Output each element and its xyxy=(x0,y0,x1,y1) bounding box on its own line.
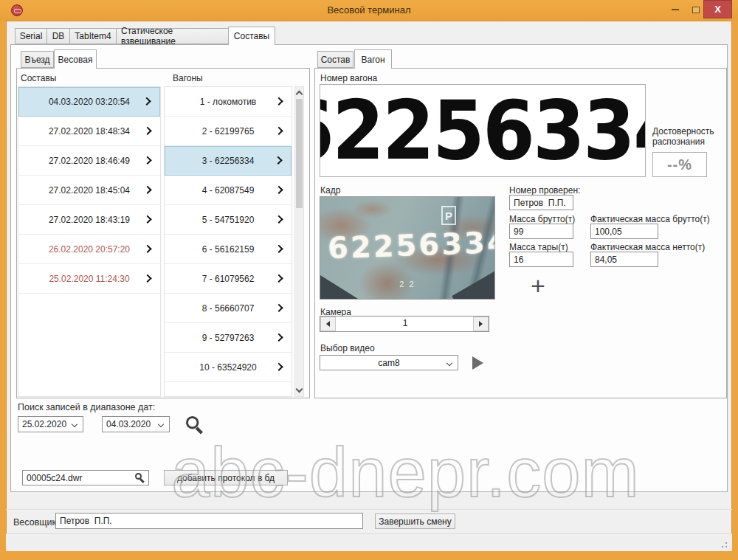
train-list-item[interactable]: 27.02.2020 18:46:49 xyxy=(18,146,160,176)
fact-gross-mass-input[interactable] xyxy=(590,224,658,239)
tab-tabitem4[interactable]: TabItem4 xyxy=(69,28,117,44)
video-select-combo[interactable]: cam8 xyxy=(320,355,458,370)
wagon-list-item[interactable]: 7 - 61079562 xyxy=(165,264,292,294)
confidence-label-line2: распознания xyxy=(652,136,705,147)
photo-small-text: 2 2 xyxy=(399,280,415,288)
close-button[interactable]: X xyxy=(703,0,732,18)
gross-mass-input[interactable] xyxy=(509,224,573,239)
chevron-right-icon xyxy=(275,215,283,223)
weigher-label: Весовщик: xyxy=(13,517,58,528)
tab-wagon[interactable]: Вагон xyxy=(354,49,392,69)
chevron-right-icon xyxy=(274,156,282,165)
scroll-down-icon[interactable] xyxy=(296,386,303,393)
wagon-list-item[interactable]: 3 - 62256334 xyxy=(165,146,292,176)
chevron-right-icon xyxy=(275,244,283,252)
chevron-down-icon xyxy=(446,360,452,366)
camera-value: 1 xyxy=(320,318,490,328)
wagon-number: 6 - 56162159 xyxy=(202,244,255,255)
date-from-value: 25.02.2020 xyxy=(22,419,66,429)
train-date: 25.02.2020 11:24:30 xyxy=(49,274,129,284)
tab-static-weighing[interactable]: Статическое взвешивание xyxy=(116,28,229,44)
video-selected-value: cam8 xyxy=(378,358,399,368)
confidence-label: Достоверность распознания xyxy=(652,126,714,147)
wagon-list-item[interactable]: 5 - 54751920 xyxy=(165,205,292,235)
chevron-down-icon xyxy=(72,421,77,427)
wagon-list-item[interactable]: 9 - 52797263 xyxy=(165,323,292,353)
train-list-item[interactable]: 27.02.2020 18:48:34 xyxy=(18,117,160,146)
wagon-list-item[interactable]: 1 - локомотив xyxy=(165,87,292,117)
photo-p-sign: P xyxy=(441,206,456,225)
tab-trains[interactable]: Составы xyxy=(228,27,275,45)
date-to-combo[interactable]: 04.03.2020 xyxy=(102,416,170,432)
train-list-item[interactable]: 25.02.2020 11:24:30 xyxy=(18,264,160,294)
chevron-right-icon xyxy=(143,126,151,134)
end-shift-button[interactable]: Завершить смену xyxy=(375,514,455,529)
camera-scrollbar[interactable]: 1 xyxy=(320,316,489,332)
title-bar[interactable]: Весовой терминал X xyxy=(0,0,738,21)
photo-painted-number: 62256334 xyxy=(327,225,495,266)
photo-corner-shadow xyxy=(320,264,359,300)
wagon-number: 2 - 62199765 xyxy=(202,126,255,136)
wagon-number: 9 - 52797263 xyxy=(202,333,255,343)
file-search-icon[interactable] xyxy=(135,473,142,480)
train-list-item[interactable]: 04.03.2020 03:20:54 xyxy=(18,87,160,117)
scroll-up-icon[interactable] xyxy=(296,91,303,98)
wagon-list-item[interactable]: 10 - 63524920 xyxy=(165,353,292,382)
wagon-number-label: Номер вагона xyxy=(320,73,377,83)
maximize-icon xyxy=(692,7,700,13)
tab-weighing[interactable]: Весовая xyxy=(54,49,97,69)
wagon-list-item[interactable]: 4 - 62087549 xyxy=(165,176,292,205)
play-button[interactable] xyxy=(472,356,483,370)
date-from-combo[interactable]: 25.02.2020 xyxy=(18,416,83,432)
wagon-list-item[interactable]: 8 - 56660707 xyxy=(165,294,292,323)
train-date: 27.02.2020 18:48:34 xyxy=(49,126,130,136)
confidence-value: --% xyxy=(652,152,707,177)
tare-mass-input[interactable] xyxy=(509,252,573,267)
wagons-scrollbar[interactable] xyxy=(294,86,304,397)
number-checked-input[interactable] xyxy=(509,195,573,210)
plus-icon[interactable]: + xyxy=(531,272,545,300)
tare-mass-label: Масса тары(т) xyxy=(509,242,568,252)
scrollbar-thumb[interactable] xyxy=(296,99,303,208)
add-protocol-button[interactable]: добавить протокол в бд xyxy=(164,470,288,485)
fact-net-mass-label: Фактическая масса нетто(т) xyxy=(590,242,705,252)
wagon-number: 1 - локомотив xyxy=(200,97,256,107)
window-title: Весовой терминал xyxy=(0,4,738,15)
video-select-label: Выбор видео xyxy=(320,343,375,353)
wagon-number: 8 - 56660707 xyxy=(202,303,255,314)
tab-train[interactable]: Состав xyxy=(317,51,354,68)
wagon-list-item[interactable]: 2 - 62199765 xyxy=(165,117,292,146)
chevron-down-icon xyxy=(158,421,164,427)
wagon-number-display: 62256334 xyxy=(320,84,646,177)
frame-label: Кадр xyxy=(320,185,340,196)
search-dates-button[interactable] xyxy=(186,416,199,429)
chevron-right-icon xyxy=(275,333,283,341)
train-list-item[interactable]: 26.02.2020 20:57:20 xyxy=(18,235,160,264)
fact-net-mass-input[interactable] xyxy=(590,252,658,267)
resize-grip[interactable] xyxy=(720,541,728,548)
chevron-right-icon xyxy=(143,185,151,193)
train-date: 27.02.2020 18:46:49 xyxy=(49,156,130,166)
wagon-number: 4 - 62087549 xyxy=(202,185,255,196)
status-bar xyxy=(6,533,732,551)
minimize-button[interactable] xyxy=(666,1,685,18)
protocol-file-input[interactable] xyxy=(22,470,149,485)
tab-db[interactable]: DB xyxy=(46,28,70,44)
tab-entry[interactable]: Въезд xyxy=(21,51,54,68)
train-list-item[interactable]: 27.02.2020 18:43:19 xyxy=(18,205,160,235)
train-list-item[interactable]: 27.02.2020 18:45:04 xyxy=(18,176,160,205)
fact-gross-mass-label: Фактическая масса брутто(т) xyxy=(590,214,710,224)
tab-serial[interactable]: Serial xyxy=(15,28,47,44)
wagon-number-value: 62256334 xyxy=(320,90,646,171)
confidence-label-line1: Достоверность xyxy=(652,126,714,136)
wagons-list: 1 - локомотив 2 - 62199765 3 - 62256334 … xyxy=(164,86,292,397)
trains-list-label: Составы xyxy=(21,73,56,83)
wagon-number: 5 - 54751920 xyxy=(202,215,255,225)
train-date: 26.02.2020 20:57:20 xyxy=(49,244,130,255)
train-date: 27.02.2020 18:45:04 xyxy=(49,185,130,196)
wagon-number: 3 - 62256334 xyxy=(202,156,255,166)
wagons-list-label: Вагоны xyxy=(173,73,203,83)
date-range-label: Поиск записей в диапазоне дат: xyxy=(18,402,155,412)
wagon-list-item[interactable]: 6 - 56162159 xyxy=(165,235,292,264)
weigher-input[interactable] xyxy=(55,513,363,529)
